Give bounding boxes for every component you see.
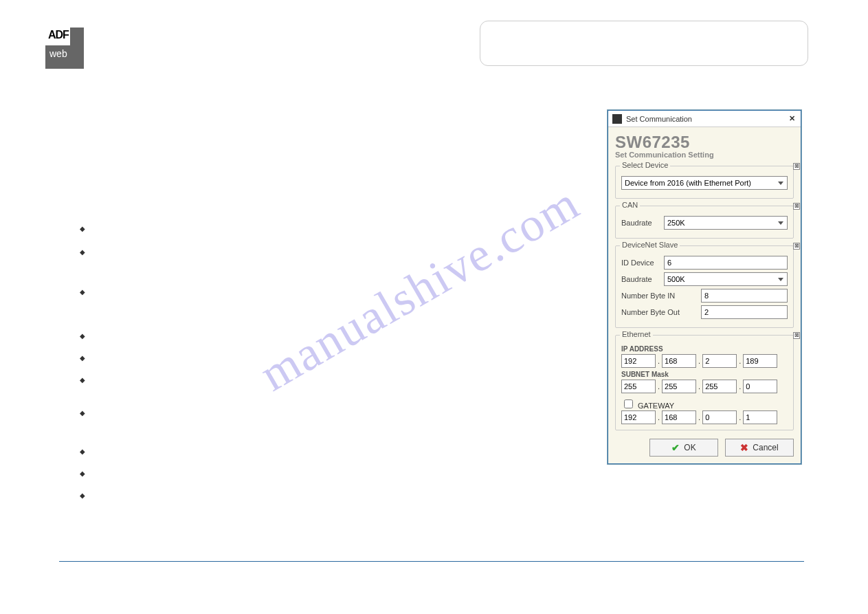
logo-line1: ADF bbox=[48, 29, 69, 41]
nbout-input[interactable] bbox=[701, 305, 788, 319]
gw-octet-4[interactable] bbox=[743, 410, 777, 424]
select-device-group: Select Device ⊠ bbox=[615, 166, 794, 199]
can-baudrate-dropdown[interactable] bbox=[664, 216, 788, 230]
can-legend: CAN bbox=[620, 201, 640, 209]
cancel-label: Cancel bbox=[753, 443, 778, 452]
nbin-label: Number Byte IN bbox=[621, 292, 697, 300]
nbout-label: Number Byte Out bbox=[621, 308, 697, 316]
app-code: SW67235 bbox=[615, 133, 794, 152]
group-corner-icon: ⊠ bbox=[793, 332, 800, 339]
select-device-legend: Select Device bbox=[620, 161, 670, 169]
id-device-input[interactable] bbox=[664, 256, 788, 270]
subnet-mask-row: . . . bbox=[621, 380, 788, 393]
devicenet-legend: DeviceNet Slave bbox=[620, 241, 680, 249]
footer-rule bbox=[59, 561, 804, 562]
mask-octet-2[interactable] bbox=[662, 380, 696, 393]
mask-octet-4[interactable] bbox=[743, 380, 777, 393]
subnet-mask-label: SUBNET Mask bbox=[621, 371, 788, 378]
ip-address-row: . . . bbox=[621, 354, 788, 368]
ip-address-label: IP ADDRESS bbox=[621, 345, 788, 353]
gateway-checkbox[interactable] bbox=[624, 399, 633, 408]
group-corner-icon: ⊠ bbox=[793, 203, 800, 210]
bullet-group-1 bbox=[80, 221, 85, 257]
ip-octet-1[interactable] bbox=[621, 354, 656, 368]
ok-button[interactable]: ✔ OK bbox=[649, 439, 718, 457]
id-device-label: ID Device bbox=[621, 259, 660, 267]
check-icon: ✔ bbox=[671, 442, 680, 453]
cancel-button[interactable]: ✖ Cancel bbox=[725, 439, 794, 457]
ethernet-group: Ethernet ⊠ IP ADDRESS . . . SUBNET Mask … bbox=[615, 335, 794, 430]
ok-label: OK bbox=[684, 443, 695, 452]
dialog-title: Set Communication bbox=[626, 115, 692, 123]
cancel-x-icon: ✖ bbox=[740, 442, 748, 453]
devnet-baudrate-label: Baudrate bbox=[621, 275, 660, 283]
group-corner-icon: ⊠ bbox=[793, 243, 800, 250]
gateway-row: . . . bbox=[621, 410, 788, 424]
ip-octet-2[interactable] bbox=[662, 354, 696, 368]
dialog-subtitle: Set Communication Setting bbox=[615, 151, 794, 159]
bullet-group-3 bbox=[80, 329, 85, 418]
watermark: manualshive.com bbox=[251, 175, 589, 402]
bullet-group-2 bbox=[80, 285, 85, 297]
logo-line2: web bbox=[49, 48, 67, 59]
adfweb-logo: ADF web bbox=[45, 28, 84, 69]
gw-octet-3[interactable] bbox=[702, 410, 737, 424]
document-info-box bbox=[480, 21, 808, 66]
ethernet-legend: Ethernet bbox=[620, 330, 653, 338]
can-group: CAN ⊠ Baudrate bbox=[615, 206, 794, 239]
select-device-dropdown[interactable] bbox=[621, 176, 788, 190]
mask-octet-3[interactable] bbox=[702, 380, 737, 393]
gw-octet-2[interactable] bbox=[662, 410, 696, 424]
gw-octet-1[interactable] bbox=[621, 410, 656, 424]
dialog-titlebar: Set Communication ✕ bbox=[608, 111, 801, 127]
devicenet-group: DeviceNet Slave ⊠ ID Device Baudrate Num… bbox=[615, 245, 794, 328]
devnet-baudrate-dropdown[interactable] bbox=[664, 272, 788, 286]
ip-octet-3[interactable] bbox=[702, 354, 737, 368]
app-icon bbox=[612, 114, 622, 124]
mask-octet-1[interactable] bbox=[621, 380, 656, 393]
set-communication-dialog: Set Communication ✕ SW67235 Set Communic… bbox=[608, 110, 801, 464]
ip-octet-4[interactable] bbox=[743, 354, 777, 368]
can-baudrate-label: Baudrate bbox=[621, 219, 660, 227]
bullet-group-4 bbox=[80, 444, 85, 501]
close-icon[interactable]: ✕ bbox=[787, 114, 797, 124]
group-corner-icon: ⊠ bbox=[793, 163, 800, 170]
nbin-input[interactable] bbox=[701, 289, 788, 303]
gateway-label: GATEWAY bbox=[638, 402, 674, 410]
